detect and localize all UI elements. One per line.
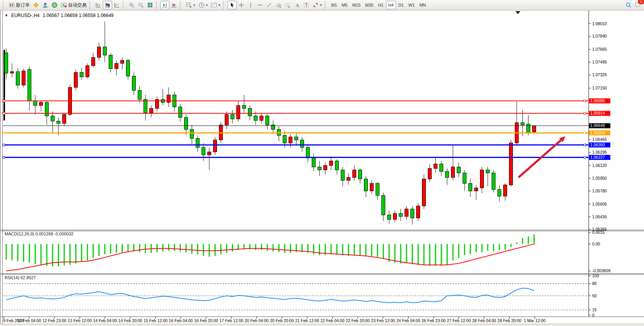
bullish-arrow-shaft[interactable] (519, 140, 561, 177)
fibonacci-button[interactable]: F (283, 1, 292, 9)
candle (115, 60, 118, 75)
equidistant-channel-button[interactable]: E (274, 1, 283, 9)
candle (68, 84, 72, 116)
candle-body (109, 55, 113, 69)
timeframe-h4-button[interactable]: H4 (386, 1, 396, 9)
candle-body (22, 71, 26, 85)
chart-title-bar: ▼ EURUSD-,H4 1.06567 1.06659 1.06558 1.0… (5, 13, 114, 18)
data-window-button[interactable] (41, 1, 50, 9)
timeframe-d1-button[interactable]: D1 (396, 1, 406, 9)
rsi-label-name: RSI(14) (5, 275, 19, 280)
support-line-blue-2-handle[interactable] (584, 156, 586, 158)
candle-body (248, 108, 252, 116)
crosshair-button[interactable] (237, 1, 246, 9)
toolbar-grip (89, 1, 92, 9)
support-line-blue-1-handle[interactable] (3, 144, 5, 146)
date-axis-label: 14 Feb 20:00 (118, 318, 142, 323)
periods-button-dropdown-icon[interactable]: ▾ (206, 3, 208, 7)
candle (388, 211, 391, 224)
vertical-line-button[interactable] (246, 1, 255, 9)
horizontal-line-button[interactable] (255, 1, 265, 9)
candle-body (237, 105, 240, 119)
timeframe-m30-button[interactable]: M30 (363, 1, 376, 9)
arrows-button[interactable]: ▾ (311, 1, 324, 9)
candle-body (498, 189, 501, 196)
text-button[interactable]: A (292, 1, 302, 9)
candle-body (132, 76, 136, 91)
arrows-button-dropdown-icon[interactable]: ▾ (320, 3, 322, 7)
line-chart-button[interactable] (112, 1, 121, 9)
bar-chart-icon (95, 2, 101, 8)
templates-button-dropdown-icon[interactable]: ▾ (219, 3, 220, 7)
candlestick-chart-button[interactable] (103, 1, 112, 9)
bullish-arrow[interactable] (519, 136, 566, 178)
zoom-out-button[interactable] (136, 1, 145, 9)
indicators-button-dropdown-icon[interactable]: ▾ (193, 3, 195, 7)
candle (312, 153, 316, 172)
signals-button[interactable] (50, 1, 59, 9)
candle (469, 179, 472, 197)
chat-button-wrap: 1 (633, 1, 642, 9)
support-line-orange-handle[interactable] (3, 132, 5, 134)
date-axis-label: 22 Feb 20:00 (346, 318, 370, 323)
candle-body (266, 116, 269, 125)
candle (179, 104, 182, 122)
resistance-line-1-handle[interactable] (3, 100, 5, 102)
auto-scroll-button[interactable] (160, 1, 169, 9)
line-chart-icon (114, 2, 120, 8)
chevron-down-icon[interactable]: ▼ (5, 14, 8, 17)
date-axis-label: 12 Feb 23:00 (43, 318, 67, 323)
zoom-in-button[interactable] (127, 1, 136, 9)
chart-canvas[interactable]: 1.069801.068141.065541.063931.062271.066… (0, 10, 644, 326)
candle (457, 163, 461, 178)
support-line-blue-2-handle[interactable] (3, 156, 5, 158)
candle (370, 180, 374, 194)
trendline-button[interactable] (265, 1, 274, 9)
candle (132, 72, 136, 95)
chart-ohlc-values: 1.06567 1.06659 1.06558 1.06649 (43, 13, 114, 18)
candle-body (411, 209, 414, 218)
channel-icon: E (275, 2, 282, 8)
notification-badge: 1 (638, 0, 644, 4)
market-watch-button[interactable] (31, 1, 41, 9)
timeframe-m5-button[interactable]: M5 (339, 1, 350, 9)
candle-body (150, 108, 153, 113)
chart-shift-marker[interactable] (516, 11, 520, 14)
timeframe-h1-button[interactable]: H1 (376, 1, 386, 9)
periods-button[interactable]: ▾ (197, 1, 210, 9)
candle-body (103, 47, 107, 55)
date-axis-label: 14 Feb 04:00 (93, 318, 117, 323)
text-label-button[interactable]: T (302, 1, 311, 9)
resistance-line-1-handle[interactable] (584, 100, 586, 102)
templates-button[interactable]: ▾ (209, 1, 222, 9)
macd-panel: 0.00150.00-0.003609 (6, 230, 610, 273)
timeframe-w1-button[interactable]: W1 (406, 1, 417, 9)
timeframe-m1-button[interactable]: M1 (329, 1, 339, 9)
search-button[interactable] (624, 1, 633, 9)
support-line-orange-handle[interactable] (584, 132, 586, 134)
resistance-line-2-handle[interactable] (3, 112, 5, 114)
new-order-button[interactable]: 新订单 (7, 1, 31, 9)
autotrading-button[interactable]: 自动交易 (59, 1, 88, 9)
resistance-line-2-handle[interactable] (584, 112, 586, 114)
candle (248, 105, 252, 120)
candle (422, 175, 426, 209)
support-line-blue-1-handle[interactable] (584, 144, 586, 146)
candle (521, 110, 524, 136)
resistance-line-1-label-text: 1.06980 (590, 98, 605, 103)
candle-body (243, 105, 246, 108)
candle-body (225, 114, 229, 125)
timeframe-mn-button[interactable]: MN (417, 1, 428, 9)
candle (214, 137, 217, 155)
cursor-button[interactable] (227, 1, 237, 9)
chart-shift-button[interactable] (169, 1, 179, 9)
indicators-button[interactable]: ▾ (184, 1, 197, 9)
support-line-blue-2-label-text: 1.06227 (590, 155, 605, 160)
candle (196, 136, 200, 152)
candle-body (289, 137, 292, 143)
rsi-panel: 1008050150 (3, 273, 599, 317)
price-axis-tick-label: 1.07665 (592, 47, 607, 51)
tile-windows-button[interactable] (145, 1, 155, 9)
timeframe-m15-button[interactable]: M15 (350, 1, 363, 9)
bar-chart-button[interactable] (94, 1, 103, 9)
